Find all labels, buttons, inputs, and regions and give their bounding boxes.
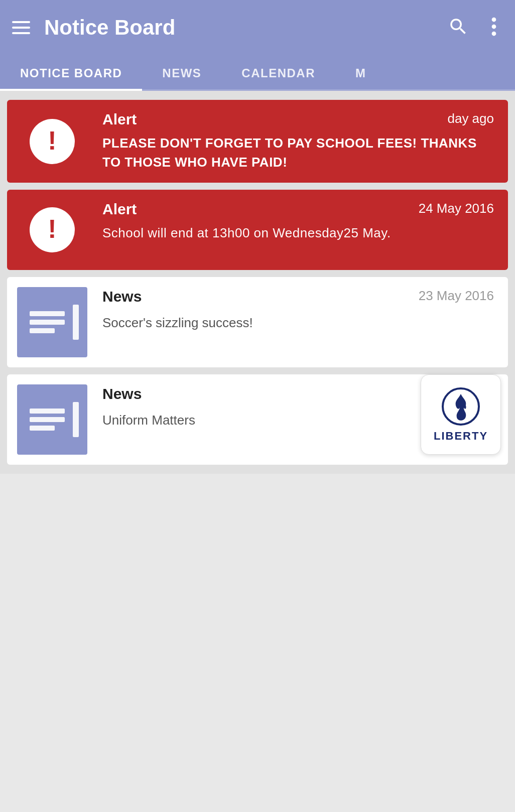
news-card-1[interactable]: News 23 May 2016 Soccer's sizzling succe… [7,277,508,367]
tab-more[interactable]: M [335,55,387,89]
svg-point-0 [492,18,496,22]
alert-icon-2: ! [30,207,75,252]
alert-card-2[interactable]: ! Alert 24 May 2016 School will end at 1… [7,190,508,270]
app-header: Notice Board [0,0,515,55]
card-header-row-news1: News 23 May 2016 [102,288,494,305]
liberty-label: LIBERTY [434,430,488,443]
tab-bar: NOTICE BOARD NEWS CALENDAR M [0,55,515,91]
tab-calendar[interactable]: CALENDAR [221,55,335,89]
header-right [448,16,503,39]
card-text-news-1: Soccer's sizzling success! [102,315,494,331]
liberty-flame-icon [441,386,481,427]
card-date-2: 24 May 2016 [419,201,494,216]
card-header-row-2: Alert 24 May 2016 [102,201,494,218]
news-card-2-wrap: News 23 Uniform Matters LIBERTY [7,374,508,465]
card-header-row: Alert day ago [102,111,494,128]
card-type-label: Alert [102,111,137,128]
card-type-news-2: News [102,385,142,402]
content-area: ! Alert day ago PLEASE DON'T FORGET TO P… [0,91,515,474]
alert-card-1[interactable]: ! Alert day ago PLEASE DON'T FORGET TO P… [7,100,508,183]
hamburger-menu-icon[interactable] [12,21,30,34]
svg-point-1 [492,25,496,29]
svg-point-2 [492,32,496,36]
news-icon-area-2 [7,374,97,465]
news-icon-box-2 [17,384,87,455]
liberty-logo: LIBERTY [421,374,501,455]
card-type-label-2: Alert [102,201,137,218]
search-icon[interactable] [448,16,469,39]
tab-notice-board[interactable]: NOTICE BOARD [0,55,142,89]
more-options-icon[interactable] [485,16,503,39]
news-icon-box-1 [17,287,87,357]
news-body-1: News 23 May 2016 Soccer's sizzling succe… [97,277,508,367]
card-date: day ago [447,111,494,126]
card-text: PLEASE DON'T FORGET TO PAY SCHOOL FEES! … [102,134,494,172]
header-left: Notice Board [12,16,175,40]
alert-icon-area: ! [7,100,97,183]
alert-body: Alert day ago PLEASE DON'T FORGET TO PAY… [97,100,508,183]
card-date-news-1: 23 May 2016 [419,288,494,304]
alert-body-2: Alert 24 May 2016 School will end at 13h… [97,190,508,270]
card-type-news-1: News [102,288,142,305]
page-title: Notice Board [44,16,175,40]
card-text-2: School will end at 13h00 on Wednesday25 … [102,224,494,243]
tab-news[interactable]: NEWS [142,55,221,89]
alert-icon: ! [30,119,75,164]
alert-icon-area-2: ! [7,190,97,270]
news-icon-area-1 [7,277,97,367]
